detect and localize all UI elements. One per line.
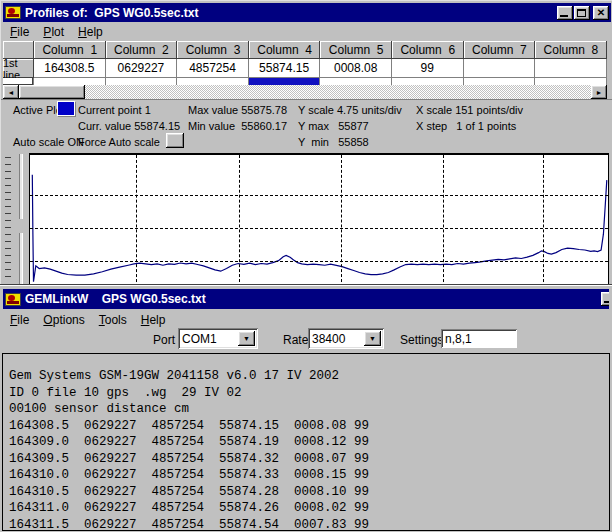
terminal-line: Gem Systems GSM-19GW 2041158 v6.0 17 IV … [9,368,609,385]
table-stub-cell [34,78,106,85]
gemlink-window-title: GEMLinkW GPS WG0.5sec.txt [25,292,601,306]
table-cell[interactable] [464,59,536,78]
table-cell[interactable]: 0008.08 [320,59,392,78]
scrollbar-thumb[interactable] [19,85,85,99]
column-header[interactable]: Column 4 [249,41,321,59]
data-table: Column 1 Column 2 Column 3 Column 4 Colu… [3,41,607,85]
y-max-text: Y max 55877 [298,120,369,132]
table-cell[interactable]: 164308.5 [34,59,106,78]
table-stub-cell [392,78,464,85]
table-cell[interactable]: 55874.15 [249,59,321,78]
menu-plot[interactable]: Plot [36,24,71,40]
gemlink-window: GEMLinkW GPS WG0.5sec.txt File Options T… [0,285,612,532]
table-stub-cell [3,78,34,85]
terminal-line: 164311.5 0629227 4857254 55874.54 0007.8… [9,517,609,532]
table-stub-cell [177,78,249,85]
current-point-text: Current point 1 [78,104,151,116]
column-header[interactable]: Column 6 [392,41,464,59]
signal-trace [30,155,608,287]
auto-scale-text: Auto scale ON [13,136,84,148]
profiles-titlebar[interactable]: Profiles of: GPS WG0.5sec.txt ✕ [3,3,611,22]
menu-help[interactable]: Help [71,24,110,40]
y-scale-text: Y scale 4.75 units/div [298,104,402,116]
menu-file[interactable]: File [3,312,36,328]
profiles-window-title: Profiles of: GPS WG0.5sec.txt [25,6,557,20]
close-icon: ✕ [593,6,609,20]
terminal-line: 164309.0 0629227 4857254 55874.19 0008.1… [9,434,609,451]
selected-cell-highlight[interactable] [249,78,321,85]
vertical-gridline [136,155,137,287]
maximize-button[interactable] [574,6,590,20]
row-label[interactable]: 1st line [3,59,34,78]
chevron-down-icon[interactable]: ▼ [364,331,381,346]
menu-help[interactable]: Help [134,312,173,328]
column-header[interactable]: Column 5 [320,41,392,59]
min-value-text: Min value 55860.17 [188,120,287,132]
port-combobox[interactable]: COM1 ▼ [178,328,258,349]
gemlink-titlebar[interactable]: GEMLinkW GPS WG0.5sec.txt [3,289,609,309]
vertical-gridline [341,155,342,287]
x-step-text: X step 1 of 1 points [416,120,516,132]
minimize-icon [560,15,568,17]
column-header[interactable]: Column 2 [106,41,178,59]
maximize-icon [577,9,586,17]
terminal-line: 164310.0 0629227 4857254 55874.33 0008.1… [9,467,609,484]
slider-thumb[interactable] [10,219,27,233]
minimize-button[interactable] [601,292,609,306]
settings-field[interactable]: n,8,1 [441,329,517,348]
terminal-line: 164310.5 0629227 4857254 55874.28 0008.1… [9,484,609,501]
rate-label: Rate [283,333,308,347]
minimize-icon [604,301,609,303]
horizontal-gridline [30,261,608,262]
minimize-button[interactable] [557,6,573,20]
profiles-menubar: File Plot Help [3,23,611,40]
table-header-row: Column 1 Column 2 Column 3 Column 4 Colu… [3,41,607,59]
close-button[interactable]: ✕ [593,6,609,20]
plot-info-panel: Active Plot Current point 1 Curr. value … [1,99,612,151]
terminal-line: ID 0 file 10 gps .wg 29 IV 02 [9,385,609,402]
settings-label: Settings [400,333,443,347]
scroll-left-arrow-icon[interactable]: ◄ [3,85,19,99]
column-header[interactable]: Column 7 [464,41,536,59]
gem-app-icon[interactable] [5,293,21,306]
menu-tools[interactable]: Tools [92,312,134,328]
scrollbar-track[interactable] [85,85,591,99]
horizontal-gridline [30,228,608,229]
table-cell[interactable]: 99 [392,59,464,78]
x-scale-text: X scale 151 points/div [416,104,523,116]
table-row: 1st line 164308.5 0629227 4857254 55874.… [3,59,607,78]
rate-value: 38400 [308,332,364,346]
table-stub-cell [464,78,536,85]
column-header[interactable]: Column 8 [535,41,607,59]
gem-app-icon[interactable] [5,6,21,19]
terminal-output: Gem Systems GSM-19GW 2041158 v6.0 17 IV … [2,353,610,531]
table-partial-row [3,78,607,85]
port-label: Port [153,333,175,347]
column-header[interactable]: Column 3 [177,41,249,59]
table-cell[interactable] [535,59,607,78]
rate-combobox[interactable]: 38400 ▼ [308,328,384,349]
terminal-line: 00100 sensor distance cm [9,401,609,418]
vertical-gridline [543,155,544,287]
gemlink-menubar: File Options Tools Help [3,311,609,328]
max-value-text: Max value 55875.78 [188,104,287,116]
table-cell[interactable]: 0629227 [106,59,178,78]
profiles-window: Profiles of: GPS WG0.5sec.txt ✕ File Plo… [0,0,612,287]
menu-file[interactable]: File [3,24,36,40]
horizontal-gridline [30,195,608,196]
vertical-gridline [239,155,240,287]
port-value: COM1 [178,332,238,346]
table-stub-cell [106,78,178,85]
table-hscrollbar: ◄ ► [3,85,607,99]
scroll-right-arrow-icon[interactable]: ► [591,85,607,99]
force-auto-scale-button[interactable] [166,133,184,148]
y-min-text: Y min 55858 [298,136,369,148]
column-header[interactable]: Column 1 [34,41,106,59]
active-plot-color-swatch[interactable] [58,102,74,115]
terminal-line: 164311.0 0629227 4857254 55874.26 0008.0… [9,500,609,517]
chevron-down-icon[interactable]: ▼ [238,331,255,346]
plot-canvas[interactable] [29,153,609,288]
menu-options[interactable]: Options [36,312,91,328]
vertical-gridline [443,155,444,287]
table-cell[interactable]: 4857254 [177,59,249,78]
